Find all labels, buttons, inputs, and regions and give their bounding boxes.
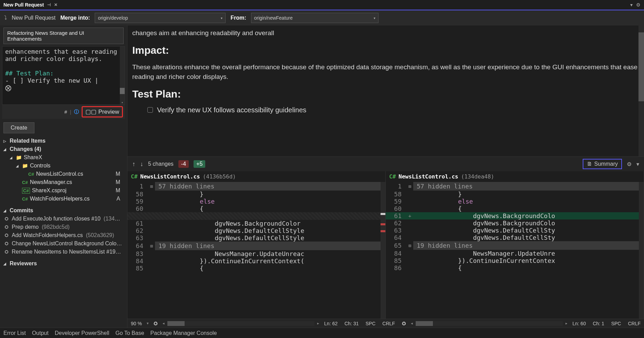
- gear-icon[interactable]: ⚙: [627, 161, 632, 167]
- related-items-section[interactable]: ▷Related Items: [0, 137, 127, 145]
- tool-window-tab[interactable]: Error List: [3, 330, 26, 336]
- tab-bar: New Pull Request ⊣ ✕ ▾ ⚙: [0, 0, 644, 10]
- from-label: From:: [230, 15, 246, 21]
- tool-window-tab[interactable]: Developer PowerShell: [55, 330, 109, 336]
- code-editor-right[interactable]: 1⊞57 hidden lines 58 } 59 else 60 { 61+ …: [386, 182, 644, 319]
- scrollbar[interactable]: [638, 25, 644, 156]
- file-item[interactable]: C#WatchFoldersHelpers.csA: [0, 195, 127, 203]
- commit-dot-icon: [5, 250, 8, 254]
- checkbox-icon[interactable]: [147, 107, 153, 113]
- hash-icon[interactable]: #: [64, 109, 67, 115]
- commit-item[interactable]: Prep demo (982bdc5d): [0, 223, 127, 231]
- tab-title: New Pull Request: [3, 2, 44, 8]
- chevron-down-icon[interactable]: ▾: [636, 161, 639, 167]
- from-value: origin/newFeature: [254, 15, 293, 21]
- preview-button[interactable]: ▢▢ Preview: [82, 106, 123, 117]
- pr-toolbar: ⤵ New Pull Request Merge into: origin/de…: [0, 10, 644, 25]
- indent-indicator[interactable]: SPC: [362, 321, 379, 326]
- file-item[interactable]: C#NewsListControl.csM: [0, 170, 127, 178]
- preview-icon: ▢▢: [85, 108, 96, 115]
- info-icon[interactable]: ⓘ: [74, 109, 79, 115]
- folder-controls[interactable]: ◢📁Controls: [0, 162, 127, 170]
- csproj-icon: C#: [22, 188, 30, 194]
- preview-heading-impact: Impact:: [132, 44, 639, 56]
- tool-window-tab[interactable]: Go To Base: [115, 330, 144, 336]
- commit-dot-icon: [5, 234, 8, 237]
- chevron-down-icon: ▾: [221, 16, 222, 20]
- file-item[interactable]: C#NewsManager.csM: [0, 178, 127, 186]
- eol-indicator[interactable]: CRLF: [379, 321, 398, 326]
- diff-header: ↑ ↓ 5 changes -4 +5 🗎 Summary ⚙ ▾: [127, 156, 644, 171]
- health-icon[interactable]: ✪: [150, 321, 161, 326]
- description-toolbar: # | ⓘ ▢▢ Preview: [2, 105, 125, 119]
- cs-icon: C#: [22, 196, 28, 202]
- chevron-down-icon[interactable]: ▾: [630, 2, 633, 8]
- health-icon[interactable]: ✪: [398, 321, 409, 326]
- commit-item[interactable]: Add WatchFoldersHelpers.cs (502a3629): [0, 231, 127, 239]
- description-preview: changes aim at enhancing readability and…: [127, 25, 644, 156]
- prev-change-icon[interactable]: ↑: [132, 161, 135, 168]
- file-hash: (134dea48): [461, 173, 494, 180]
- pr-description-input[interactable]: enhancements that ease reading and riche…: [2, 46, 125, 105]
- active-tab[interactable]: New Pull Request ⊣ ✕: [0, 1, 61, 9]
- char-indicator[interactable]: Ch: 1: [589, 321, 607, 326]
- tool-window-tab[interactable]: Package Manager Console: [150, 330, 217, 336]
- right-panel: changes aim at enhancing readability and…: [127, 25, 644, 328]
- close-icon[interactable]: ✕: [54, 2, 58, 7]
- zoom-level[interactable]: 90 %: [127, 321, 145, 326]
- indent-indicator[interactable]: SPC: [608, 321, 625, 326]
- gear-icon[interactable]: ⚙: [636, 2, 641, 8]
- eol-indicator[interactable]: CRLF: [624, 321, 644, 326]
- line-indicator[interactable]: Ln: 60: [569, 321, 589, 326]
- commit-item[interactable]: Change NewsListControl Background Color …: [0, 239, 127, 248]
- line-indicator[interactable]: Ln: 62: [321, 321, 341, 326]
- cs-icon: C#: [28, 172, 34, 177]
- code-editor-left[interactable]: 1⊞57 hidden lines 58 } 59 else 60 { 61 d…: [127, 182, 385, 319]
- create-button[interactable]: Create: [3, 122, 34, 133]
- commit-item[interactable]: Add ExecuteJob function closes #10 (134d…: [0, 215, 127, 223]
- task-item[interactable]: Verify the new UX follows accessibility …: [132, 106, 639, 114]
- preview-text: changes aim at enhancing readability and…: [132, 28, 639, 38]
- commit-dot-icon: [5, 217, 8, 221]
- copilot-icon: ⨂: [5, 84, 11, 91]
- pin-icon[interactable]: ⊣: [47, 2, 51, 7]
- merge-into-value: origin/develop: [98, 15, 128, 21]
- scrollbar[interactable]: ▾: [120, 47, 125, 104]
- folder-sharex[interactable]: ◢📁ShareX: [0, 153, 127, 162]
- file-name: NewsListControl.cs: [398, 173, 458, 180]
- overview-ruler[interactable]: [639, 182, 644, 319]
- pr-title-input[interactable]: Refactoring News Storage and UI Enhancem…: [3, 28, 124, 44]
- preview-heading-testplan: Test Plan:: [132, 88, 639, 100]
- changes-count: 5 changes: [148, 161, 174, 167]
- from-combo[interactable]: origin/newFeature ▾: [251, 13, 378, 23]
- toolbar-title: New Pull Request: [12, 15, 55, 21]
- file-item[interactable]: C#ShareX.csprojM: [0, 186, 127, 195]
- tool-window-tab[interactable]: Output: [32, 330, 49, 336]
- reviewers-section[interactable]: ◢Reviewers: [0, 259, 127, 268]
- summary-button[interactable]: 🗎 Summary: [583, 159, 622, 169]
- folder-icon: 📁: [22, 163, 28, 168]
- left-panel: Refactoring News Storage and UI Enhancem…: [0, 25, 127, 328]
- bottom-tool-windows: Error List Output Developer PowerShell G…: [0, 328, 644, 338]
- folder-icon: 📁: [16, 155, 22, 160]
- next-change-icon[interactable]: ↓: [140, 161, 143, 168]
- chevron-down-icon[interactable]: ▾: [145, 321, 150, 326]
- file-name: NewsListControl.cs: [140, 173, 200, 180]
- merge-into-combo[interactable]: origin/develop ▾: [95, 13, 226, 23]
- commits-section[interactable]: ◢Commits: [0, 206, 127, 215]
- scrollbar[interactable]: [416, 321, 563, 326]
- cs-icon: C#: [131, 173, 137, 180]
- commit-dot-icon: [5, 242, 8, 245]
- overview-ruler[interactable]: [381, 182, 385, 319]
- commit-item[interactable]: Rename NewsItems to NewsItemsList #19 (7: [0, 248, 127, 256]
- char-indicator[interactable]: Ch: 31: [341, 321, 362, 326]
- commit-dot-icon: [5, 225, 8, 229]
- deletions-badge: -4: [178, 160, 189, 168]
- merge-into-label: Merge into:: [60, 15, 90, 21]
- scrollbar[interactable]: [167, 321, 314, 326]
- additions-badge: +5: [194, 160, 205, 168]
- branch-icon[interactable]: ⤵: [4, 15, 7, 21]
- changes-section[interactable]: ◢Changes (4): [0, 145, 127, 153]
- editor-status-bar: 90 % ▾ ✪ ◂ ▸ Ln: 62 Ch: 31 SPC CRLF ✪ ◂ …: [127, 319, 644, 328]
- cs-icon: C#: [22, 180, 28, 185]
